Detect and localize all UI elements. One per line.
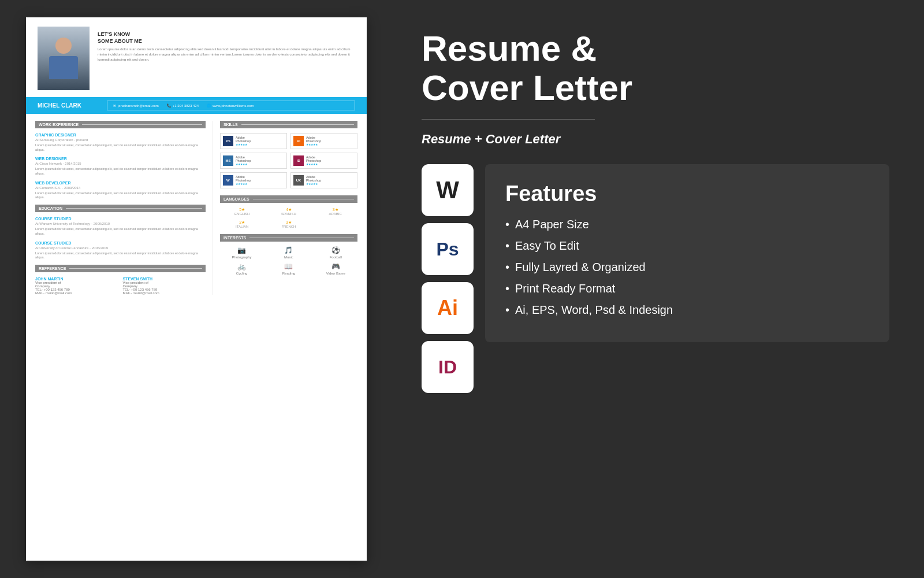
lang-spanish: 4★ SPANISH xyxy=(267,208,311,216)
left-panel: LET'S KNOWSOME ABOUT ME Lorem ipsums dol… xyxy=(0,0,393,578)
bullet-2: • xyxy=(505,239,509,253)
profile-photo xyxy=(38,27,90,90)
indesign-icon: ID xyxy=(422,341,474,393)
music-icon: 🎵 xyxy=(267,246,310,254)
ref-name-1: JOHN MARTIN xyxy=(35,277,118,281)
divider xyxy=(422,119,595,120)
ref-name-2: STEVEN SMITH xyxy=(122,277,205,281)
photography-icon: 📷 xyxy=(220,246,263,254)
videogame-label: Video Game xyxy=(326,272,345,275)
job-1: GRAPHIC DESIGNER At Samsung Corporation … xyxy=(35,133,206,152)
feature-5: • Ai, EPS, Word, Psd & Indesign xyxy=(505,303,869,317)
work-exp-label: WORK EXPERIENCE xyxy=(39,123,79,127)
interests-grid-2: 🚲 Cycling 📖 Reading 🎮 Video Game xyxy=(220,262,357,275)
app-icons-column: W Ps Ai ID xyxy=(422,164,474,393)
ref-mail-2: MAIL- mailid@mail.com xyxy=(122,291,205,295)
id-badge: ID xyxy=(293,155,304,166)
website-value: www.johnatanwilliams.com xyxy=(213,104,254,108)
languages-label: LANGUAGES xyxy=(223,197,249,201)
job-desc-3: Lorem ipsum dolor sit amet, consectetur … xyxy=(35,191,206,200)
job-company-1: At Samsung Corporation - present xyxy=(35,138,206,142)
feature-1: • A4 Paper Size xyxy=(505,218,869,231)
ref-1: JOHN MARTIN Vice president ofCompany TEL… xyxy=(35,277,118,295)
resume-header: LET'S KNOWSOME ABOUT ME Lorem ipsums dol… xyxy=(26,17,367,90)
feature-label-1: A4 Paper Size xyxy=(515,218,589,231)
subtitle: Resume + Cover Letter xyxy=(422,132,889,147)
ai-badge: AI xyxy=(293,136,304,146)
resume-intro: LET'S KNOWSOME ABOUT ME Lorem ipsums dol… xyxy=(98,27,355,62)
interests-header: INTERESTS xyxy=(220,234,357,242)
edu-desc-2: Lorem ipsum dolor sit amet, consectetur … xyxy=(35,251,206,260)
skills-header: SKILLS xyxy=(220,121,357,128)
ux-badge: UX xyxy=(293,175,304,186)
job-title-1: GRAPHIC DESIGNER xyxy=(35,133,206,137)
languages-header: LANGUAGES xyxy=(220,195,357,203)
interests-label: INTERESTS xyxy=(223,236,246,240)
intro-title: LET'S KNOWSOME ABOUT ME xyxy=(98,31,355,45)
cycling-icon: 🚲 xyxy=(220,262,263,271)
skills-label: SKILLS xyxy=(223,123,238,127)
ai-text: AdobePhotoshop★★★★★ xyxy=(306,136,321,146)
skills-grid: PS AdobePhotoshop★★★★★ AI AdobePhotoshop… xyxy=(220,133,357,188)
skill-ux: UX AdobePhotoshop★★★★★ xyxy=(290,172,357,188)
bullet-3: • xyxy=(505,261,509,274)
cycling-label: Cycling xyxy=(236,272,248,275)
feature-4: • Print Ready Format xyxy=(505,282,869,295)
skill-w: W AdobePhotoshop★★★★★ xyxy=(220,172,287,188)
edu-1: COURSE STUDIED At Warsaw University of T… xyxy=(35,217,206,236)
reference-header: REFFERENCE xyxy=(35,265,206,272)
email-item: ✉ jonathansmith@email.com xyxy=(113,103,159,108)
lang-italian: 2★ ITALIAN xyxy=(220,220,264,228)
interest-reading: 📖 Reading xyxy=(267,262,310,275)
interest-videogame: 🎮 Video Game xyxy=(314,262,357,275)
icons-features-row: W Ps Ai ID Features • A4 Paper Size • Ea… xyxy=(422,164,889,393)
interest-music: 🎵 Music xyxy=(267,246,310,259)
language-grid-1: 5★ ENGLISH 4★ SPANISH 3★ ARABIC xyxy=(220,208,357,216)
product-title: Resume & Cover Letter xyxy=(422,29,889,108)
resume-preview: LET'S KNOWSOME ABOUT ME Lorem ipsums dol… xyxy=(26,17,367,561)
word-icon: W xyxy=(422,164,474,216)
job-desc-1: Lorem ipsum dolor sit amet, consectetur … xyxy=(35,143,206,152)
ms-text: AdobePhotoshop★★★★★ xyxy=(236,155,251,166)
reading-label: Reading xyxy=(282,272,295,275)
skill-id: ID AdobePhotoshop★★★★★ xyxy=(290,153,357,169)
feature-3: • Fully Layred & Organized xyxy=(505,261,869,274)
email-icon: ✉ xyxy=(113,103,116,108)
name-bar: MICHEL CLARK ✉ jonathansmith@email.com 📞… xyxy=(26,97,367,114)
music-label: Music xyxy=(284,255,293,259)
reading-icon: 📖 xyxy=(267,262,310,271)
web-icon: 🌐 xyxy=(207,103,211,108)
feature-label-2: Easy To Edit xyxy=(515,239,579,253)
w-text: AdobePhotoshop★★★★★ xyxy=(236,175,251,186)
w-badge: W xyxy=(223,175,233,186)
ps-badge: PS xyxy=(223,136,233,146)
resume-left-col: WORK EXPERIENCE GRAPHIC DESIGNER At Sams… xyxy=(35,121,213,295)
edu-company-1: At Warsaw University of Technology - 200… xyxy=(35,222,206,225)
ms-badge: MS xyxy=(223,155,233,166)
videogame-icon: 🎮 xyxy=(314,262,357,271)
right-panel: Resume & Cover Letter Resume + Cover Let… xyxy=(393,0,924,578)
resume-right-col: SKILLS PS AdobePhotoshop★★★★★ AI AdobePh… xyxy=(213,121,357,295)
phone-value: +1 394 3823 424 xyxy=(173,104,199,108)
features-box: Features • A4 Paper Size • Easy To Edit … xyxy=(485,164,889,342)
ps-text: AdobePhotoshop★★★★★ xyxy=(236,136,251,146)
ref-title-2: Vice president ofCompany xyxy=(122,281,205,288)
job-2: WEB DESIGNER At Cisco Network - 2014/201… xyxy=(35,157,206,176)
job-company-2: At Cisco Network - 2014/2015 xyxy=(35,162,206,165)
id-text: AdobePhotoshop★★★★★ xyxy=(306,155,321,166)
photography-label: Photography xyxy=(232,255,252,259)
job-desc-2: Lorem ipsum dolor sit amet, consectetur … xyxy=(35,167,206,176)
photoshop-icon: Ps xyxy=(422,223,474,275)
edu-title-1: COURSE STUDIED xyxy=(35,217,206,221)
work-experience-header: WORK EXPERIENCE xyxy=(35,121,206,128)
bullet-4: • xyxy=(505,282,509,295)
phone-item: 📞 +1 394 3823 424 xyxy=(167,103,199,108)
resume-body: WORK EXPERIENCE GRAPHIC DESIGNER At Sams… xyxy=(26,114,367,302)
bullet-5: • xyxy=(505,303,509,317)
feature-label-4: Print Ready Format xyxy=(515,282,615,295)
ux-text: AdobePhotoshop★★★★★ xyxy=(306,175,321,186)
interest-cycling: 🚲 Cycling xyxy=(220,262,263,275)
features-title: Features xyxy=(505,181,869,206)
contact-info: ✉ jonathansmith@email.com 📞 +1 394 3823 … xyxy=(107,101,355,110)
education-label: EDUCATION xyxy=(39,206,62,210)
